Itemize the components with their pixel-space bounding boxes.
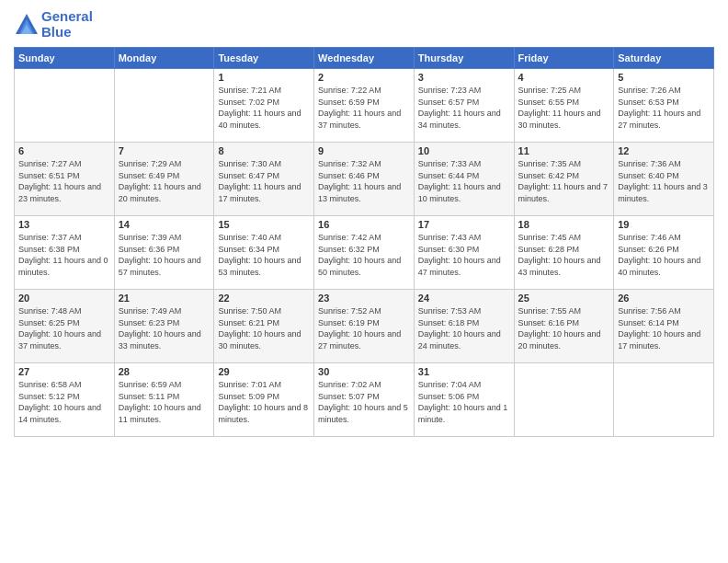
logo: General Blue: [14, 9, 93, 40]
day-number: 7: [119, 145, 210, 156]
day-cell: [114, 69, 214, 143]
day-info: Sunrise: 7:02 AMSunset: 5:07 PMDaylight:…: [318, 379, 410, 425]
day-info: Sunrise: 7:04 AMSunset: 5:06 PMDaylight:…: [418, 379, 510, 425]
day-cell: [15, 69, 115, 143]
day-cell: 30Sunrise: 7:02 AMSunset: 5:07 PMDayligh…: [314, 363, 415, 437]
day-number: 14: [119, 219, 210, 230]
day-cell: 4Sunrise: 7:25 AMSunset: 6:55 PMDaylight…: [514, 69, 614, 143]
day-number: 21: [119, 293, 210, 304]
day-number: 10: [418, 145, 510, 156]
day-number: 19: [618, 219, 710, 230]
day-cell: 18Sunrise: 7:45 AMSunset: 6:28 PMDayligh…: [514, 216, 614, 290]
day-cell: 21Sunrise: 7:49 AMSunset: 6:23 PMDayligh…: [114, 290, 214, 363]
day-info: Sunrise: 6:59 AMSunset: 5:11 PMDaylight:…: [119, 379, 210, 425]
day-cell: 29Sunrise: 7:01 AMSunset: 5:09 PMDayligh…: [214, 363, 314, 437]
day-number: 31: [418, 366, 510, 377]
day-cell: 11Sunrise: 7:35 AMSunset: 6:42 PMDayligh…: [514, 143, 614, 216]
day-cell: 2Sunrise: 7:22 AMSunset: 6:59 PMDaylight…: [314, 69, 415, 143]
day-cell: 12Sunrise: 7:36 AMSunset: 6:40 PMDayligh…: [614, 143, 714, 216]
day-info: Sunrise: 7:55 AMSunset: 6:16 PMDaylight:…: [518, 305, 610, 351]
logo-text: General Blue: [41, 9, 93, 40]
day-info: Sunrise: 7:49 AMSunset: 6:23 PMDaylight:…: [119, 305, 210, 351]
day-cell: 25Sunrise: 7:55 AMSunset: 6:16 PMDayligh…: [514, 290, 614, 363]
day-info: Sunrise: 7:56 AMSunset: 6:14 PMDaylight:…: [618, 305, 710, 351]
day-cell: 27Sunrise: 6:58 AMSunset: 5:12 PMDayligh…: [15, 363, 115, 437]
day-cell: 20Sunrise: 7:48 AMSunset: 6:25 PMDayligh…: [15, 290, 115, 363]
day-info: Sunrise: 7:50 AMSunset: 6:21 PMDaylight:…: [218, 305, 310, 351]
day-cell: 15Sunrise: 7:40 AMSunset: 6:34 PMDayligh…: [214, 216, 314, 290]
day-info: Sunrise: 7:01 AMSunset: 5:09 PMDaylight:…: [218, 379, 310, 425]
day-cell: 16Sunrise: 7:42 AMSunset: 6:32 PMDayligh…: [314, 216, 415, 290]
day-cell: 31Sunrise: 7:04 AMSunset: 5:06 PMDayligh…: [414, 363, 514, 437]
day-number: 29: [218, 366, 310, 377]
day-number: 20: [18, 293, 110, 304]
day-number: 12: [618, 145, 710, 156]
day-number: 16: [318, 219, 410, 230]
day-cell: 8Sunrise: 7:30 AMSunset: 6:47 PMDaylight…: [214, 143, 314, 216]
day-cell: 6Sunrise: 7:27 AMSunset: 6:51 PMDaylight…: [15, 143, 115, 216]
day-info: Sunrise: 7:35 AMSunset: 6:42 PMDaylight:…: [518, 158, 610, 204]
day-cell: 23Sunrise: 7:52 AMSunset: 6:19 PMDayligh…: [314, 290, 415, 363]
day-info: Sunrise: 7:27 AMSunset: 6:51 PMDaylight:…: [18, 158, 110, 204]
day-number: 25: [518, 293, 610, 304]
day-cell: 7Sunrise: 7:29 AMSunset: 6:49 PMDaylight…: [114, 143, 214, 216]
day-info: Sunrise: 7:48 AMSunset: 6:25 PMDaylight:…: [18, 305, 110, 351]
day-info: Sunrise: 6:58 AMSunset: 5:12 PMDaylight:…: [18, 379, 110, 425]
day-cell: 22Sunrise: 7:50 AMSunset: 6:21 PMDayligh…: [214, 290, 314, 363]
day-info: Sunrise: 7:21 AMSunset: 7:02 PMDaylight:…: [218, 85, 310, 131]
week-row-2: 6Sunrise: 7:27 AMSunset: 6:51 PMDaylight…: [15, 143, 714, 216]
day-number: 18: [518, 219, 610, 230]
day-number: 5: [618, 72, 710, 83]
day-cell: 28Sunrise: 6:59 AMSunset: 5:11 PMDayligh…: [114, 363, 214, 437]
day-info: Sunrise: 7:39 AMSunset: 6:36 PMDaylight:…: [119, 232, 210, 278]
day-info: Sunrise: 7:26 AMSunset: 6:53 PMDaylight:…: [618, 85, 710, 131]
day-cell: 3Sunrise: 7:23 AMSunset: 6:57 PMDaylight…: [414, 69, 514, 143]
day-info: Sunrise: 7:36 AMSunset: 6:40 PMDaylight:…: [618, 158, 710, 204]
day-cell: [614, 363, 714, 437]
day-number: 27: [18, 366, 110, 377]
day-cell: 14Sunrise: 7:39 AMSunset: 6:36 PMDayligh…: [114, 216, 214, 290]
day-number: 13: [18, 219, 110, 230]
day-number: 24: [418, 293, 510, 304]
day-cell: 5Sunrise: 7:26 AMSunset: 6:53 PMDaylight…: [614, 69, 714, 143]
day-number: 17: [418, 219, 510, 230]
week-row-3: 13Sunrise: 7:37 AMSunset: 6:38 PMDayligh…: [15, 216, 714, 290]
day-info: Sunrise: 7:33 AMSunset: 6:44 PMDaylight:…: [418, 158, 510, 204]
day-number: 4: [518, 72, 610, 83]
day-number: 6: [18, 145, 110, 156]
day-info: Sunrise: 7:40 AMSunset: 6:34 PMDaylight:…: [218, 232, 310, 278]
day-info: Sunrise: 7:22 AMSunset: 6:59 PMDaylight:…: [318, 85, 410, 131]
day-cell: 9Sunrise: 7:32 AMSunset: 6:46 PMDaylight…: [314, 143, 415, 216]
col-header-monday: Monday: [114, 48, 214, 69]
day-number: 8: [218, 145, 310, 156]
week-row-5: 27Sunrise: 6:58 AMSunset: 5:12 PMDayligh…: [15, 363, 714, 437]
header-row: SundayMondayTuesdayWednesdayThursdayFrid…: [15, 48, 714, 69]
col-header-tuesday: Tuesday: [214, 48, 314, 69]
day-number: 15: [218, 219, 310, 230]
col-header-wednesday: Wednesday: [314, 48, 415, 69]
day-number: 2: [318, 72, 410, 83]
day-info: Sunrise: 7:46 AMSunset: 6:26 PMDaylight:…: [618, 232, 710, 278]
day-cell: 24Sunrise: 7:53 AMSunset: 6:18 PMDayligh…: [414, 290, 514, 363]
week-row-4: 20Sunrise: 7:48 AMSunset: 6:25 PMDayligh…: [15, 290, 714, 363]
day-info: Sunrise: 7:42 AMSunset: 6:32 PMDaylight:…: [318, 232, 410, 278]
day-info: Sunrise: 7:23 AMSunset: 6:57 PMDaylight:…: [418, 85, 510, 131]
day-info: Sunrise: 7:37 AMSunset: 6:38 PMDaylight:…: [18, 232, 110, 278]
col-header-saturday: Saturday: [614, 48, 714, 69]
day-number: 22: [218, 293, 310, 304]
day-cell: 10Sunrise: 7:33 AMSunset: 6:44 PMDayligh…: [414, 143, 514, 216]
col-header-thursday: Thursday: [414, 48, 514, 69]
day-number: 3: [418, 72, 510, 83]
day-cell: 17Sunrise: 7:43 AMSunset: 6:30 PMDayligh…: [414, 216, 514, 290]
day-cell: 26Sunrise: 7:56 AMSunset: 6:14 PMDayligh…: [614, 290, 714, 363]
day-number: 23: [318, 293, 410, 304]
day-cell: [514, 363, 614, 437]
day-info: Sunrise: 7:53 AMSunset: 6:18 PMDaylight:…: [418, 305, 510, 351]
week-row-1: 1Sunrise: 7:21 AMSunset: 7:02 PMDaylight…: [15, 69, 714, 143]
col-header-friday: Friday: [514, 48, 614, 69]
col-header-sunday: Sunday: [15, 48, 115, 69]
day-number: 11: [518, 145, 610, 156]
day-cell: 1Sunrise: 7:21 AMSunset: 7:02 PMDaylight…: [214, 69, 314, 143]
day-info: Sunrise: 7:29 AMSunset: 6:49 PMDaylight:…: [119, 158, 210, 204]
day-cell: 13Sunrise: 7:37 AMSunset: 6:38 PMDayligh…: [15, 216, 115, 290]
